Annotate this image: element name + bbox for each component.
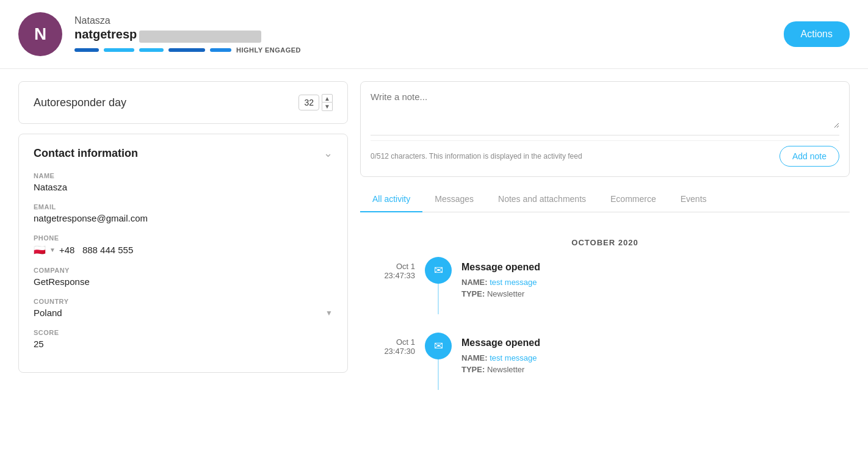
activity-feed: OCTOBER 2020 Oct 1 23:47:33 ✉ Message op… <box>360 222 850 414</box>
bar-segment-4 <box>168 48 205 52</box>
month-header: OCTOBER 2020 <box>360 238 850 247</box>
field-name: NAME Natasza <box>34 172 333 192</box>
note-footer: 0/512 characters. This information is di… <box>371 140 839 167</box>
day-value: 32 <box>304 98 314 107</box>
activity-date-1: Oct 1 <box>360 262 415 271</box>
timeline-line-1 <box>438 284 439 314</box>
activity-item-2: Oct 1 23:47:30 ✉ Message opened NAME: te… <box>360 333 850 390</box>
tab-ecommerce[interactable]: Ecommerce <box>598 187 668 212</box>
score-label: SCORE <box>34 329 333 336</box>
contact-name: Natasza <box>74 15 772 26</box>
main-content: Autoresponder day 32 ▲ ▼ Contact informa… <box>0 69 868 427</box>
tab-notes-attachments[interactable]: Notes and attachments <box>486 187 598 212</box>
activity-time-1: Oct 1 23:47:33 <box>360 257 415 280</box>
activity-content-2: Message opened NAME: test message TYPE: … <box>461 333 540 377</box>
activity-timestamp-2: 23:47:30 <box>360 347 415 356</box>
contact-info-header: Contact information ⌄ <box>34 146 333 160</box>
stepper-down[interactable]: ▼ <box>322 103 333 111</box>
left-panel: Autoresponder day 32 ▲ ▼ Contact informa… <box>18 81 348 414</box>
day-stepper[interactable]: ▲ ▼ <box>322 94 333 111</box>
activity-type-detail-2: TYPE: Newsletter <box>461 365 540 374</box>
stepper-up[interactable]: ▲ <box>322 94 333 103</box>
activity-content-1: Message opened NAME: test message TYPE: … <box>461 257 540 301</box>
activity-tabs: All activity Messages Notes and attachme… <box>360 187 850 212</box>
name-value: Natasza <box>34 182 333 192</box>
timeline-line-2 <box>438 359 439 390</box>
flag-icon: 🇵🇱 <box>34 244 46 256</box>
note-textarea[interactable] <box>371 92 839 128</box>
country-value: Poland <box>34 308 62 318</box>
bar-segment-5 <box>210 48 231 52</box>
tab-messages[interactable]: Messages <box>422 187 486 212</box>
activity-timeline-2: ✉ <box>425 333 452 390</box>
activity-date-2: Oct 1 <box>360 337 415 347</box>
tab-all-activity[interactable]: All activity <box>360 187 422 212</box>
activity-title-1: Message opened <box>461 262 540 273</box>
activity-item-1: Oct 1 23:47:33 ✉ Message opened NAME: te… <box>360 257 850 314</box>
email-label: EMAIL <box>34 203 333 211</box>
collapse-icon[interactable]: ⌄ <box>324 146 333 160</box>
phone-value: +48 888 444 555 <box>59 245 133 255</box>
field-company: COMPANY GetResponse <box>34 267 333 287</box>
contact-email-blur <box>139 31 261 43</box>
company-label: COMPANY <box>34 267 333 274</box>
company-value: GetResponse <box>34 276 333 287</box>
note-char-count: 0/512 characters. This information is di… <box>371 152 582 160</box>
contact-info-title: Contact information <box>34 147 138 160</box>
field-email: EMAIL natgetresponse@gmail.com <box>34 203 333 223</box>
field-country: COUNTRY Poland ▼ <box>34 298 333 318</box>
message-open-icon-2: ✉ <box>425 333 452 359</box>
autoresponder-label: Autoresponder day <box>34 96 126 109</box>
avatar: N <box>18 12 62 56</box>
activity-name-detail-2: NAME: test message <box>461 353 540 362</box>
country-row: Poland ▼ <box>34 308 333 318</box>
engagement-bar: HIGHLY ENGAGED <box>74 46 772 54</box>
autoresponder-card: Autoresponder day 32 ▲ ▼ <box>18 81 348 124</box>
page-header: N Natasza natgetresp HIGHLY ENGAGED Acti… <box>0 0 868 69</box>
name-label: NAME <box>34 172 333 179</box>
contact-info-card: Contact information ⌄ NAME Natasza EMAIL… <box>18 134 348 373</box>
add-note-button[interactable]: Add note <box>779 146 839 167</box>
country-dropdown-icon[interactable]: ▼ <box>325 309 333 317</box>
field-score: SCORE 25 <box>34 329 333 349</box>
header-info: Natasza natgetresp HIGHLY ENGAGED <box>74 15 772 54</box>
bar-segment-1 <box>74 48 99 52</box>
activity-name-detail-1: NAME: test message <box>461 278 540 287</box>
bar-segment-2 <box>104 48 134 52</box>
tab-events[interactable]: Events <box>668 187 719 212</box>
day-box-wrap: 32 <box>298 95 319 110</box>
activity-time-2: Oct 1 23:47:30 <box>360 333 415 356</box>
activity-title-2: Message opened <box>461 337 540 348</box>
autoresponder-input-wrap: 32 ▲ ▼ <box>298 94 333 111</box>
phone-row: 🇵🇱 ▼ +48 888 444 555 <box>34 244 333 256</box>
bar-segment-3 <box>139 48 164 52</box>
note-card: 0/512 characters. This information is di… <box>360 81 850 177</box>
flag-dropdown-icon[interactable]: ▼ <box>49 247 56 253</box>
engagement-label: HIGHLY ENGAGED <box>236 46 301 54</box>
actions-button[interactable]: Actions <box>784 21 850 47</box>
contact-email-prefix: natgetresp <box>74 27 137 41</box>
phone-label: PHONE <box>34 234 333 242</box>
country-label: COUNTRY <box>34 298 333 305</box>
activity-type-detail-1: TYPE: Newsletter <box>461 289 540 298</box>
message-open-icon-1: ✉ <box>425 257 452 284</box>
email-value: natgetresponse@gmail.com <box>34 213 333 223</box>
activity-timestamp-1: 23:47:33 <box>360 271 415 280</box>
right-panel: 0/512 characters. This information is di… <box>360 81 850 414</box>
field-phone: PHONE 🇵🇱 ▼ +48 888 444 555 <box>34 234 333 256</box>
activity-timeline-1: ✉ <box>425 257 452 314</box>
score-value: 25 <box>34 339 333 349</box>
